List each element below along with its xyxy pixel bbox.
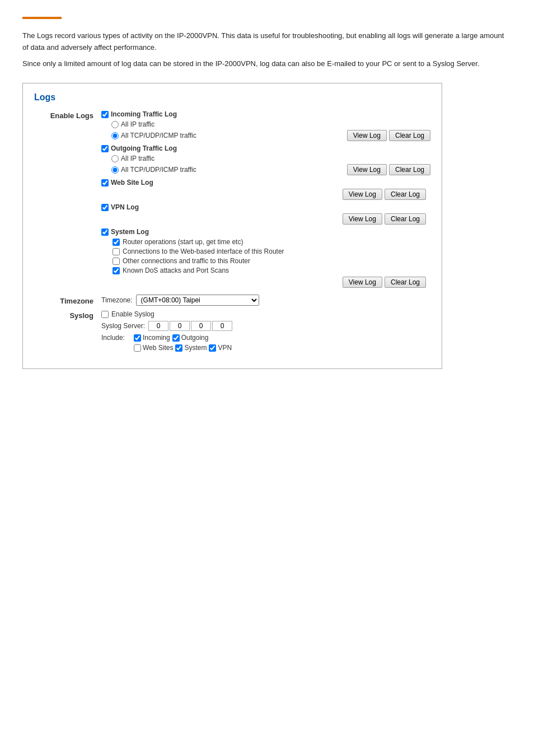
desc-para1: The Logs record various types of activit… — [22, 30, 512, 54]
include-row: Include: Incoming Outgoing — [101, 334, 430, 342]
outgoing-header: Outgoing Traffic Log — [101, 144, 430, 152]
incoming-traffic-label: Incoming Traffic Log — [111, 110, 177, 118]
enable-logs-label: Enable Logs — [34, 110, 101, 291]
system-log-checkbox[interactable] — [101, 228, 109, 236]
include-web-sites-item: Web Sites — [134, 344, 174, 352]
website-view-log-btn[interactable]: View Log — [343, 189, 382, 200]
include-web-sites-label: Web Sites — [143, 344, 173, 352]
incoming-tcp-radio[interactable] — [111, 132, 119, 139]
website-clear-log-btn[interactable]: Clear Log — [385, 189, 426, 200]
incoming-tcp-label: All TCP/UDP/ICMP traffic — [121, 132, 196, 139]
sys-sub1-label: Router operations (start up, get time et… — [123, 238, 243, 246]
incoming-all-ip-label: All IP traffic — [121, 120, 154, 128]
description-block: The Logs record various types of activit… — [22, 30, 512, 69]
incoming-header: Incoming Traffic Log — [101, 110, 430, 118]
include-system-item: System — [175, 344, 208, 352]
desc-para2: Since only a limited amount of log data … — [22, 58, 512, 70]
outgoing-tcp-label: All TCP/UDP/ICMP traffic — [121, 166, 196, 174]
syslog-ip-3[interactable] — [191, 321, 211, 331]
timezone-section: Timezone Timezone: (GMT+08:00) Taipei — [34, 295, 430, 306]
web-site-header: Web Site Log — [101, 179, 430, 186]
outgoing-traffic-section: Outgoing Traffic Log All IP traffic All … — [101, 144, 430, 175]
outgoing-all-ip-row: All IP traffic — [111, 155, 430, 162]
sys-sub2-row: Connections to the Web-based interface o… — [113, 248, 430, 255]
vpn-log-section: VPN Log View Log Clear Log — [101, 203, 430, 225]
syslog-label: Syslog — [34, 310, 101, 320]
sys-sub1-row: Router operations (start up, get time et… — [113, 238, 430, 246]
web-site-log-section: Web Site Log View Log Clear Log — [101, 179, 430, 200]
sys-sub4-label: Known DoS attacks and Port Scans — [123, 267, 229, 274]
incoming-traffic-section: Incoming Traffic Log All IP traffic All … — [101, 110, 430, 141]
system-log-section: System Log Router operations (start up, … — [101, 228, 430, 288]
vpn-clear-log-btn[interactable]: Clear Log — [385, 213, 426, 225]
panel-title: Logs — [34, 92, 430, 102]
enable-syslog-checkbox[interactable] — [101, 311, 109, 318]
include-vpn-item: VPN — [209, 344, 233, 352]
system-log-label: System Log — [111, 228, 149, 236]
outgoing-view-log-btn[interactable]: View Log — [347, 164, 387, 175]
outgoing-tcp-radio[interactable] — [111, 166, 119, 174]
sys-sub3-checkbox[interactable] — [113, 258, 120, 265]
incoming-traffic-checkbox[interactable] — [101, 111, 109, 118]
include-vpn-label: VPN — [218, 344, 232, 352]
system-clear-log-btn[interactable]: Clear Log — [385, 277, 426, 288]
timezone-prefix: Timezone: — [101, 296, 133, 304]
incoming-view-log-btn[interactable]: View Log — [347, 130, 387, 141]
timezone-label: Timezone — [34, 296, 101, 305]
vpn-header: VPN Log — [101, 203, 430, 211]
outgoing-clear-log-btn[interactable]: Clear Log — [389, 164, 430, 175]
timezone-content: Timezone: (GMT+08:00) Taipei — [101, 295, 430, 306]
web-site-label: Web Site Log — [111, 179, 153, 186]
sys-sub1-checkbox[interactable] — [113, 239, 120, 246]
enable-syslog-row: Enable Syslog — [101, 310, 430, 318]
include-system-label: System — [184, 344, 207, 352]
incoming-all-ip-radio[interactable] — [111, 121, 119, 128]
syslog-server-label: Syslog Server: — [101, 322, 145, 330]
syslog-content: Enable Syslog Syslog Server: Include: In… — [101, 310, 430, 354]
sys-sub3-label: Other connections and traffic to this Ro… — [123, 257, 250, 265]
logs-panel: Logs Enable Logs Incoming Traffic Log Al… — [22, 83, 442, 369]
sys-sub4-row: Known DoS attacks and Port Scans — [113, 267, 430, 274]
include-outgoing-item: Outgoing — [172, 334, 210, 342]
syslog-server-row: Syslog Server: — [101, 321, 430, 331]
vpn-view-log-btn[interactable]: View Log — [343, 213, 382, 225]
sys-sub3-row: Other connections and traffic to this Ro… — [113, 257, 430, 265]
include-row2: Web Sites System VPN — [134, 344, 430, 352]
sys-sub4-checkbox[interactable] — [113, 267, 120, 274]
timezone-select[interactable]: (GMT+08:00) Taipei — [136, 295, 259, 306]
system-header: System Log — [101, 228, 430, 236]
enable-syslog-label: Enable Syslog — [111, 310, 154, 318]
include-incoming-checkbox[interactable] — [134, 334, 141, 342]
vpn-log-label: VPN Log — [111, 203, 139, 211]
system-view-log-btn[interactable]: View Log — [343, 277, 382, 288]
incoming-clear-log-btn[interactable]: Clear Log — [389, 130, 430, 141]
include-incoming-item: Incoming — [134, 334, 171, 342]
syslog-ip-1[interactable] — [148, 321, 168, 331]
include-vpn-checkbox[interactable] — [209, 344, 216, 352]
top-accent-bar — [22, 17, 62, 19]
include-outgoing-checkbox[interactable] — [172, 334, 180, 342]
outgoing-all-ip-label: All IP traffic — [121, 155, 154, 162]
syslog-ip-4[interactable] — [212, 321, 232, 331]
enable-logs-content: Incoming Traffic Log All IP traffic All … — [101, 110, 430, 291]
include-web-sites-checkbox[interactable] — [134, 344, 141, 352]
include-incoming-label: Incoming — [143, 334, 170, 342]
vpn-log-checkbox[interactable] — [101, 204, 109, 211]
sys-sub2-checkbox[interactable] — [113, 248, 120, 255]
include-system-checkbox[interactable] — [175, 344, 182, 352]
sys-sub2-label: Connections to the Web-based interface o… — [123, 248, 284, 255]
outgoing-traffic-checkbox[interactable] — [101, 145, 109, 152]
include-label: Include: — [101, 334, 129, 342]
include-outgoing-label: Outgoing — [181, 334, 209, 342]
incoming-all-ip-row: All IP traffic — [111, 120, 430, 128]
syslog-ip-2[interactable] — [170, 321, 190, 331]
web-site-checkbox[interactable] — [101, 179, 109, 186]
outgoing-traffic-label: Outgoing Traffic Log — [111, 144, 177, 152]
enable-logs-section: Enable Logs Incoming Traffic Log All IP … — [34, 110, 430, 291]
outgoing-all-ip-radio[interactable] — [111, 155, 119, 162]
syslog-section: Syslog Enable Syslog Syslog Server: Incl… — [34, 310, 430, 354]
